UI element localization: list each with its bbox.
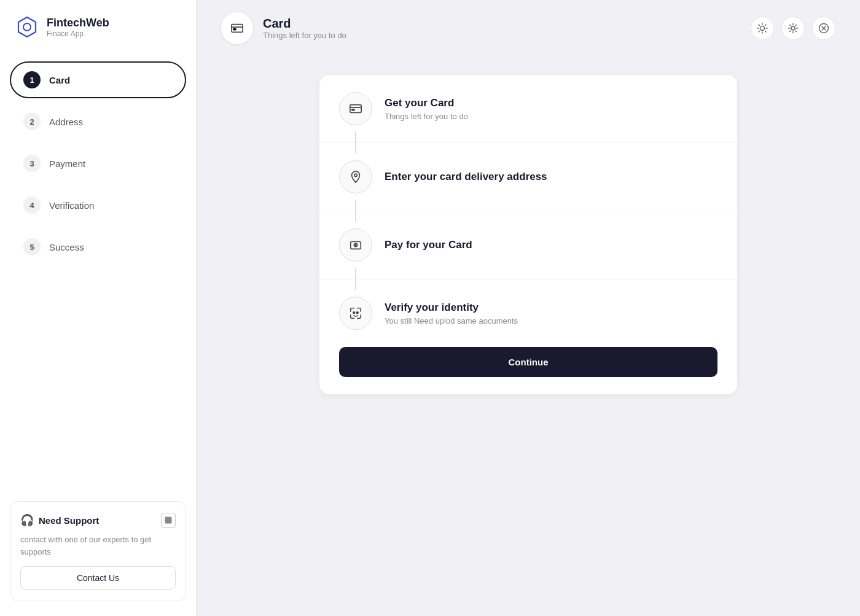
- close-button[interactable]: [812, 17, 835, 40]
- svg-line-11: [765, 31, 766, 32]
- step-number-3: 3: [23, 155, 41, 172]
- step-4-title: Verify your identity: [385, 302, 518, 314]
- step-label-3: Payment: [49, 158, 85, 169]
- continue-button[interactable]: Continue: [339, 347, 717, 377]
- step-2-title: Enter your card delivery address: [385, 171, 547, 183]
- support-description: contact with one of our experts to get s…: [20, 534, 176, 558]
- support-card: 🎧 Need Support contact with one of our e…: [10, 501, 186, 601]
- contact-us-button[interactable]: Contact Us: [20, 566, 176, 590]
- step-number-5: 5: [23, 238, 41, 255]
- svg-point-25: [353, 312, 355, 314]
- step-list: Get your Card Things left for you to do: [319, 75, 737, 347]
- svg-point-24: [355, 244, 356, 246]
- svg-point-5: [760, 26, 765, 31]
- list-item: Get your Card Things left for you to do: [319, 75, 737, 143]
- sidebar-item-address[interactable]: 2 Address: [10, 103, 186, 140]
- step-3-title: Pay for your Card: [385, 239, 472, 251]
- step-4-desc: You still Need uplod same aocuments: [385, 316, 518, 326]
- step-label-2: Address: [49, 117, 83, 127]
- svg-line-12: [759, 31, 759, 32]
- svg-line-13: [765, 25, 766, 25]
- svg-rect-2: [232, 25, 243, 33]
- header-text: Card Things left for you to do: [263, 17, 346, 40]
- support-header: 🎧 Need Support: [20, 513, 176, 528]
- svg-rect-4: [233, 29, 237, 30]
- theme-toggle-button[interactable]: [751, 17, 774, 40]
- step-label-4: Verification: [49, 200, 94, 211]
- sidebar-item-card[interactable]: 1 Card: [10, 61, 186, 98]
- step-label-5: Success: [49, 242, 84, 252]
- support-expand-icon[interactable]: [161, 513, 176, 528]
- support-title: Need Support: [39, 515, 99, 526]
- connector-2: [355, 200, 356, 222]
- main-content: Card Things left for you to do: [197, 0, 860, 616]
- gear-icon: [788, 23, 799, 34]
- step-1-title: Get your Card: [385, 97, 468, 109]
- sidebar: FintechWeb Finace App 1 Card 2 Address 3…: [0, 0, 197, 616]
- card-icon: [349, 102, 362, 115]
- list-item: Verify your identity You still Need uplo…: [319, 279, 737, 347]
- nav-steps: 1 Card 2 Address 3 Payment 4 Verificatio…: [10, 61, 186, 491]
- payment-step-icon: [339, 228, 372, 262]
- location-step-icon: [339, 160, 372, 193]
- content-area: Get your Card Things left for you to do: [197, 57, 860, 616]
- connector-1: [355, 131, 356, 154]
- header-left: Card Things left for you to do: [221, 12, 346, 44]
- logo-area: FintechWeb Finace App: [10, 15, 186, 39]
- page-subtitle: Things left for you to do: [263, 31, 346, 40]
- svg-point-0: [23, 23, 31, 31]
- svg-rect-20: [352, 109, 355, 111]
- header-icon-wrap: [221, 12, 253, 44]
- card-step-icon: [339, 92, 372, 125]
- svg-point-14: [791, 26, 795, 30]
- payment-icon: [349, 238, 362, 252]
- sidebar-item-verification[interactable]: 4 Verification: [10, 187, 186, 224]
- svg-line-10: [759, 25, 759, 25]
- step-1-content: Get your Card Things left for you to do: [385, 97, 468, 121]
- connector-3: [355, 268, 356, 290]
- square-icon: [163, 515, 174, 526]
- step-label-1: Card: [49, 75, 70, 85]
- sidebar-item-payment[interactable]: 3 Payment: [10, 145, 186, 182]
- svg-point-21: [354, 174, 358, 177]
- headphones-icon: 🎧: [20, 513, 34, 527]
- svg-rect-1: [165, 517, 171, 523]
- sun-icon: [757, 23, 768, 34]
- page-header: Card Things left for you to do: [197, 0, 860, 57]
- steps-panel: Get your Card Things left for you to do: [319, 75, 737, 394]
- svg-rect-18: [350, 105, 361, 113]
- step-3-content: Pay for your Card: [385, 239, 472, 251]
- header-card-icon: [230, 21, 244, 35]
- face-scan-icon: [349, 306, 362, 320]
- step-4-content: Verify your identity You still Need uplo…: [385, 302, 518, 326]
- logo-icon: [15, 15, 39, 39]
- sidebar-item-success[interactable]: 5 Success: [10, 228, 186, 265]
- step-number-1: 1: [23, 71, 41, 88]
- step-number-4: 4: [23, 197, 41, 214]
- close-icon: [818, 23, 829, 34]
- logo-text: FintechWeb Finace App: [47, 17, 109, 38]
- app-title: FintechWeb: [47, 17, 109, 29]
- settings-button[interactable]: [781, 17, 805, 40]
- step-number-2: 2: [23, 113, 41, 130]
- verify-step-icon: [339, 297, 372, 330]
- support-title-wrap: 🎧 Need Support: [20, 513, 99, 527]
- location-icon: [349, 170, 362, 184]
- step-2-content: Enter your card delivery address: [385, 171, 547, 183]
- step-1-desc: Things left for you to do: [385, 112, 468, 121]
- app-subtitle: Finace App: [47, 29, 109, 38]
- header-actions: [751, 17, 835, 40]
- list-item: Enter your card delivery address: [319, 143, 737, 211]
- svg-point-26: [356, 312, 358, 314]
- page-title: Card: [263, 17, 346, 31]
- list-item: Pay for your Card: [319, 211, 737, 279]
